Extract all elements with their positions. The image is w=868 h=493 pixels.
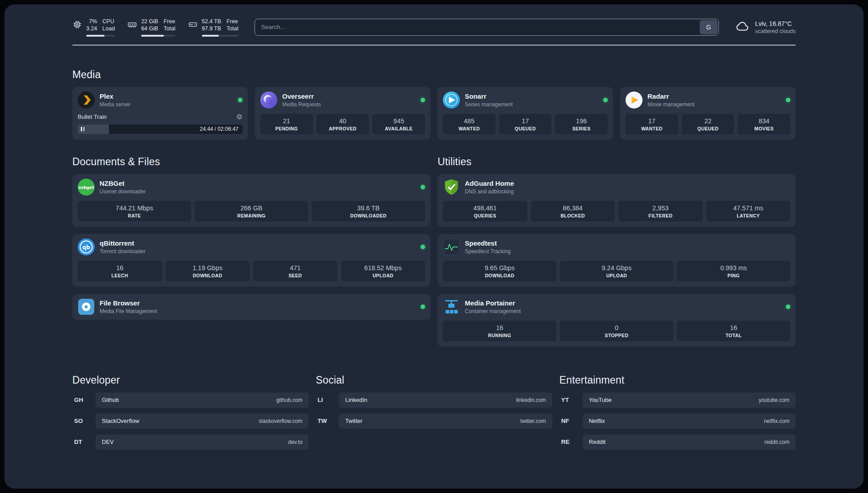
bookmark-abbr: DT: [72, 439, 96, 445]
status-dot: [421, 98, 425, 102]
nzbget-icon: nzbget: [78, 179, 95, 196]
memory-total-label: Total: [163, 25, 175, 32]
stat: 21PENDING: [260, 114, 313, 134]
bookmark-abbr: GH: [72, 397, 96, 403]
bookmark-group-developer: Developer GH Githubgithub.com SO StackOv…: [72, 374, 309, 455]
bookmark-abbr: LI: [316, 397, 339, 403]
dashboard: 7% 3.24 CPU Load: [4, 4, 864, 489]
bookmark-twitter: TW Twittertwitter.com: [316, 414, 552, 429]
disk-free-label: Free: [226, 18, 238, 25]
service-title: Plex: [100, 92, 130, 100]
service-card-radarr[interactable]: Radarr Movie management 17WANTED 22QUEUE…: [620, 87, 796, 140]
sonarr-icon: [443, 92, 460, 109]
bookmark-stackoverflow: SO StackOverflowstackoverflow.com: [72, 414, 309, 429]
cpu-widget: 7% 3.24 CPU Load: [72, 18, 115, 37]
cpu-label: CPU: [102, 18, 115, 25]
weather-location: Lviv, 16.87°C: [755, 20, 796, 27]
memory-free: 22 GiB: [141, 18, 158, 25]
status-dot: [421, 245, 425, 249]
bookmark-abbr: TW: [316, 418, 339, 424]
service-subtitle: Movie management: [647, 101, 694, 108]
stat: 16RUNNING: [443, 321, 556, 341]
qbittorrent-icon: qb: [78, 238, 95, 255]
cpu-percent: 7%: [86, 18, 97, 25]
bookmark-abbr: SO: [72, 418, 96, 424]
bookmark-link[interactable]: LinkedInlinkedin.com: [339, 393, 552, 408]
section-heading-developer: Developer: [72, 374, 309, 386]
plex-icon: [78, 92, 95, 109]
memory-widget: 22 GiB 64 GiB Free Total: [127, 18, 175, 37]
service-title: AdGuard Home: [465, 180, 514, 188]
service-subtitle: Series management: [465, 101, 513, 108]
bookmark-abbr: RE: [559, 439, 583, 445]
bookmark-link[interactable]: YouTubeyoutube.com: [583, 393, 796, 408]
cpu-icon: [72, 20, 82, 29]
section-heading-entertainment: Entertainment: [559, 374, 796, 386]
playback-time: 24:44 / 02:06:47: [200, 126, 238, 132]
stat: 9.65 GbpsDOWNLOAD: [443, 261, 556, 281]
service-title: Overseerr: [282, 92, 321, 100]
weather-widget: Lviv, 16.87°C scattered clouds: [735, 19, 796, 36]
memory-total: 64 GiB: [141, 25, 158, 32]
disk-progress-bar: [202, 35, 238, 37]
service-card-filebrowser[interactable]: File Browser Media File Management: [72, 294, 430, 320]
disk-icon: [188, 20, 198, 29]
status-dot: [421, 185, 425, 189]
service-card-adguard[interactable]: AdGuard Home DNS and adblocking 498,461Q…: [438, 174, 796, 227]
service-subtitle: Media File Management: [100, 308, 157, 314]
bookmark-linkedin: LI LinkedInlinkedin.com: [316, 393, 552, 408]
service-card-plex[interactable]: Plex Media server Bullet Train ⚙ 24:44 /…: [72, 87, 248, 140]
stat: 2,953FILTERED: [618, 201, 703, 221]
service-subtitle: Media Requests: [282, 101, 321, 108]
service-title: Sonarr: [465, 92, 513, 100]
bookmark-link[interactable]: Twittertwitter.com: [339, 414, 552, 429]
pause-icon[interactable]: [81, 127, 84, 131]
bookmark-group-entertainment: Entertainment YT YouTubeyoutube.com NF N…: [559, 374, 796, 455]
section-heading-documents: Documents & Files: [72, 156, 430, 168]
bookmark-link[interactable]: DEVdev.to: [96, 435, 309, 450]
bookmark-link[interactable]: Netflixnetflix.com: [583, 414, 796, 429]
weather-condition: scattered clouds: [755, 28, 796, 34]
service-card-speedtest[interactable]: Speedtest Speedtest Tracking 9.65 GbpsDO…: [438, 234, 796, 287]
bookmark-dev: DT DEVdev.to: [72, 435, 309, 450]
service-subtitle: DNS and adblocking: [465, 188, 514, 195]
disk-total: 97.9 TB: [202, 25, 221, 32]
bookmark-link[interactable]: Redditreddit.com: [583, 435, 796, 450]
search-provider-button[interactable]: G: [700, 20, 718, 34]
stat: 196SERIES: [555, 114, 608, 134]
service-title: NZBGet: [100, 180, 146, 188]
stat: 618.52 MbpsUPLOAD: [341, 261, 426, 281]
service-card-qbittorrent[interactable]: qb qBittorrent Torrent downloader 16LEEC…: [72, 234, 430, 287]
cpu-load: 3.24: [86, 25, 97, 32]
search-input[interactable]: [255, 19, 719, 36]
service-card-portainer[interactable]: Media Portainer Container management 16R…: [438, 294, 796, 347]
memory-icon: [127, 20, 137, 29]
bookmark-github: GH Githubgithub.com: [72, 393, 309, 408]
disk-free: 52.4 TB: [202, 18, 221, 25]
bookmark-link[interactable]: StackOverflowstackoverflow.com: [96, 414, 309, 429]
stat: 485WANTED: [443, 114, 496, 134]
bookmark-reddit: RE Redditreddit.com: [559, 435, 796, 450]
memory-progress-bar: [141, 35, 175, 37]
bookmark-link[interactable]: Githubgithub.com: [96, 393, 309, 408]
service-title: File Browser: [100, 299, 157, 307]
stat: 40APPROVED: [317, 114, 369, 134]
cpu-progress-bar: [86, 35, 115, 37]
stat: 16LEECH: [78, 261, 162, 281]
disk-widget: 52.4 TB 97.9 TB Free Total: [188, 18, 238, 37]
gear-icon[interactable]: ⚙: [236, 113, 242, 121]
speedtest-icon: [443, 238, 460, 255]
status-dot: [786, 305, 790, 309]
stat: 17QUEUED: [499, 114, 552, 134]
cpu-load-label: Load: [102, 25, 115, 32]
service-card-sonarr[interactable]: Sonarr Series management 485WANTED 17QUE…: [438, 87, 613, 140]
service-card-overseerr[interactable]: Overseerr Media Requests 21PENDING 40APP…: [255, 87, 430, 140]
topbar-divider: [72, 45, 796, 46]
overseerr-icon: [260, 92, 277, 109]
service-title: qBittorrent: [100, 239, 146, 247]
bookmarks: Developer GH Githubgithub.com SO StackOv…: [72, 374, 796, 455]
service-subtitle: Speedtest Tracking: [465, 248, 511, 255]
service-card-nzbget[interactable]: nzbget NZBGet Usenet downloader 744.21 M…: [72, 174, 430, 227]
status-dot: [603, 98, 608, 102]
section-utilities: Utilities AdGuard Home DNS and adblockin…: [438, 156, 796, 354]
